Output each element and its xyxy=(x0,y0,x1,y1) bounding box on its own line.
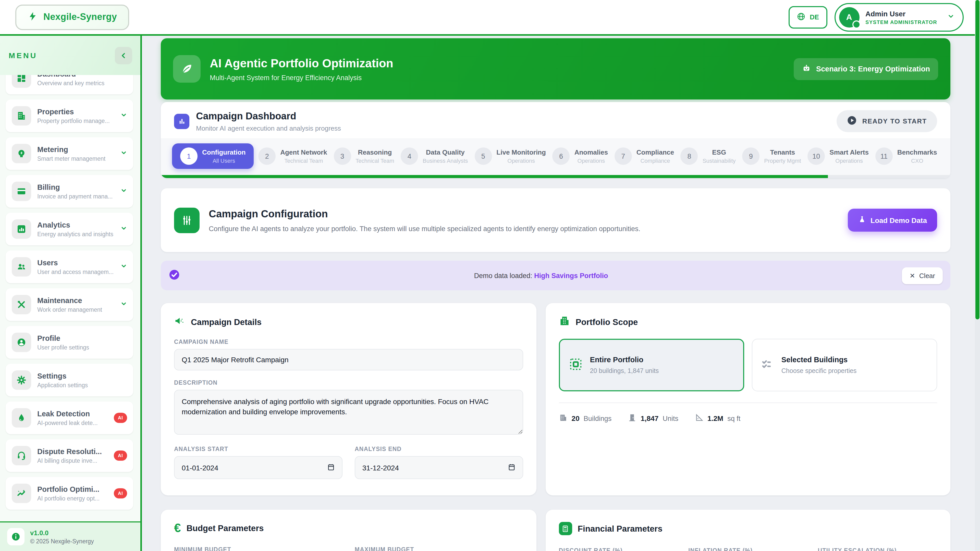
dashboard-chart-icon xyxy=(174,114,189,129)
step-esg[interactable]: 8 ESGSustainability xyxy=(679,143,738,169)
sidebar-item-dispute-resolution[interactable]: Dispute Resoluti... AI billing dispute i… xyxy=(6,439,133,472)
scope-option-selected-buildings[interactable]: Selected Buildings Choose specific prope… xyxy=(752,339,937,391)
analysis-start-input[interactable]: 01-01-2024 xyxy=(174,456,342,479)
step-anomalies[interactable]: 6 AnomaliesOperations xyxy=(550,143,610,169)
sidebar-footer: v1.0.0 © 2025 Nexgile-Synergy xyxy=(0,521,140,551)
step-tenants[interactable]: 9 TenantsProperty Mgmt xyxy=(740,143,803,169)
avatar: A xyxy=(839,7,859,27)
scenario-badge[interactable]: Scenario 3: Energy Optimization xyxy=(794,58,938,80)
trend-sparkle-icon xyxy=(12,484,31,503)
leaf-icon xyxy=(173,55,200,83)
description-label: DESCRIPTION xyxy=(174,380,523,386)
tools-icon xyxy=(12,295,31,314)
demo-loaded-banner: Demo data loaded: High Savings Portfolio… xyxy=(161,261,950,290)
main-content: AI Agentic Portfolio Optimization Multi-… xyxy=(142,36,975,551)
portfolio-stats: 20Buildings 1,847Units 1.2Msq ft xyxy=(559,413,937,424)
globe-icon xyxy=(797,12,806,22)
sidebar-item-leak-detection[interactable]: Leak Detection AI-powered leak dete... A… xyxy=(6,402,133,434)
analysis-end-input[interactable]: 31-12-2024 xyxy=(355,456,523,479)
checklist-icon xyxy=(760,357,775,373)
chevron-down-icon xyxy=(121,187,127,196)
sidebar-item-settings[interactable]: Settings Application settings xyxy=(6,364,133,396)
chevron-down-icon xyxy=(121,224,127,233)
unit-door-icon xyxy=(628,413,636,424)
step-smart-alerts[interactable]: 10 Smart AlertsOperations xyxy=(805,143,871,169)
divider xyxy=(559,403,937,403)
sidebar-item-properties[interactable]: Properties Property portfolio manage... xyxy=(6,100,133,132)
sidebar-item-dashboard[interactable]: Dashboard Overview and key metrics xyxy=(6,75,133,94)
buildings-icon xyxy=(559,315,570,329)
sidebar-item-analytics[interactable]: Analytics Energy analytics and insights xyxy=(6,213,133,245)
user-name: Admin User xyxy=(865,10,937,17)
step-reasoning[interactable]: 3 ReasoningTechnical Team xyxy=(331,143,396,169)
clear-demo-button[interactable]: ✕ Clear xyxy=(902,267,943,284)
sidebar-menu: Dashboard Overview and key metrics Prope… xyxy=(0,75,139,521)
step-configuration[interactable]: 1 ConfigurationAll Users xyxy=(172,143,254,169)
top-header: Nexgile-Synergy DE A Admin User SYSTEM A… xyxy=(0,0,975,36)
page-scrollbar[interactable] xyxy=(975,0,980,551)
language-code: DE xyxy=(810,13,819,21)
ready-to-start-button[interactable]: READY TO START xyxy=(837,110,937,132)
step-benchmarks[interactable]: 11 BenchmarksCXO xyxy=(873,143,939,169)
copyright: © 2025 Nexgile-Synergy xyxy=(30,538,94,545)
card-title: Budget Parameters xyxy=(186,523,264,533)
sidebar-item-users[interactable]: Users User and access managem... xyxy=(6,251,133,283)
portfolio-link[interactable]: High Savings Portfolio xyxy=(534,272,608,279)
calendar-icon[interactable] xyxy=(327,463,335,472)
bolt-icon xyxy=(27,11,38,23)
stat-sqft: 1.2Msq ft xyxy=(695,413,740,424)
sidebar-item-portfolio-optimization[interactable]: Portfolio Optimi... AI portfolio energy … xyxy=(6,477,133,510)
droplet-icon xyxy=(12,408,31,427)
section-subtitle: Monitor AI agent execution and analysis … xyxy=(196,124,341,132)
user-menu[interactable]: A Admin User SYSTEM ADMINISTRATOR xyxy=(834,3,964,32)
play-circle-icon xyxy=(847,115,857,127)
utility-escalation-label: UTILITY ESCALATION (%) xyxy=(818,548,937,551)
hero-banner: AI Agentic Portfolio Optimization Multi-… xyxy=(161,38,950,100)
step-live-monitoring[interactable]: 5 Live MonitoringOperations xyxy=(473,143,548,169)
bar-chart-icon xyxy=(12,219,31,239)
ruler-triangle-icon xyxy=(695,413,703,424)
stat-buildings: 20Buildings xyxy=(559,413,612,424)
section-title: Campaign Dashboard xyxy=(196,110,341,122)
card-title: Campaign Details xyxy=(191,317,262,327)
app-version: v1.0.0 xyxy=(30,529,94,537)
progress-fill xyxy=(161,175,828,178)
load-demo-data-button[interactable]: Load Demo Data xyxy=(848,209,937,232)
calendar-icon[interactable] xyxy=(508,463,515,472)
step-compliance[interactable]: 7 ComplianceCompliance xyxy=(612,143,676,169)
description-textarea[interactable]: Comprehensive analysis of aging portfoli… xyxy=(174,390,523,435)
brand-name: Nexgile-Synergy xyxy=(43,12,117,22)
dashboard-grid-icon xyxy=(12,75,31,88)
campaign-configuration-card: Campaign Configuration Configure the AI … xyxy=(161,188,950,252)
card-title: Financial Parameters xyxy=(578,524,662,534)
step-agent-network[interactable]: 2 Agent NetworkTechnical Team xyxy=(256,143,329,169)
sidebar-item-maintenance[interactable]: Maintenance Work order management xyxy=(6,288,133,321)
campaign-details-card: Campaign Details CAMPAIGN NAME DESCRIPTI… xyxy=(161,303,536,495)
discount-rate-label: DISCOUNT RATE (%) xyxy=(559,548,678,551)
online-status-dot xyxy=(852,20,860,28)
sidebar-item-profile[interactable]: Profile User profile settings xyxy=(6,326,133,359)
chevron-down-icon xyxy=(121,262,127,272)
gear-icon xyxy=(12,370,31,390)
sliders-icon xyxy=(174,207,200,233)
euro-icon: € xyxy=(174,522,181,534)
progress-bar xyxy=(161,175,950,178)
sidebar-item-metering[interactable]: Metering Smart meter management xyxy=(6,137,133,170)
chevron-down-icon xyxy=(121,149,127,158)
ai-badge: AI xyxy=(114,413,127,423)
step-data-quality[interactable]: 4 Data QualityBusiness Analysts xyxy=(399,143,470,169)
sidebar-item-billing[interactable]: Billing Invoice and payment mana... xyxy=(6,175,133,208)
inflation-rate-label: INFLATION RATE (%) xyxy=(688,548,808,551)
chevron-down-icon xyxy=(121,300,127,309)
scope-option-entire-portfolio[interactable]: Entire Portfolio 20 buildings, 1,847 uni… xyxy=(559,339,744,391)
section-description: Configure the AI agents to analyze your … xyxy=(209,225,640,232)
language-switcher[interactable]: DE xyxy=(789,6,827,28)
ai-badge: AI xyxy=(114,451,127,461)
check-circle-icon xyxy=(169,268,180,283)
sidebar-collapse-button[interactable] xyxy=(115,47,132,64)
scrollbar-thumb[interactable] xyxy=(975,0,980,320)
portfolio-scope-card: Portfolio Scope Entire Portfolio 20 buil… xyxy=(546,303,950,495)
campaign-name-input[interactable] xyxy=(174,349,523,370)
page-subtitle: Multi-Agent System for Energy Efficiency… xyxy=(210,74,393,81)
brand-logo[interactable]: Nexgile-Synergy xyxy=(15,4,129,30)
